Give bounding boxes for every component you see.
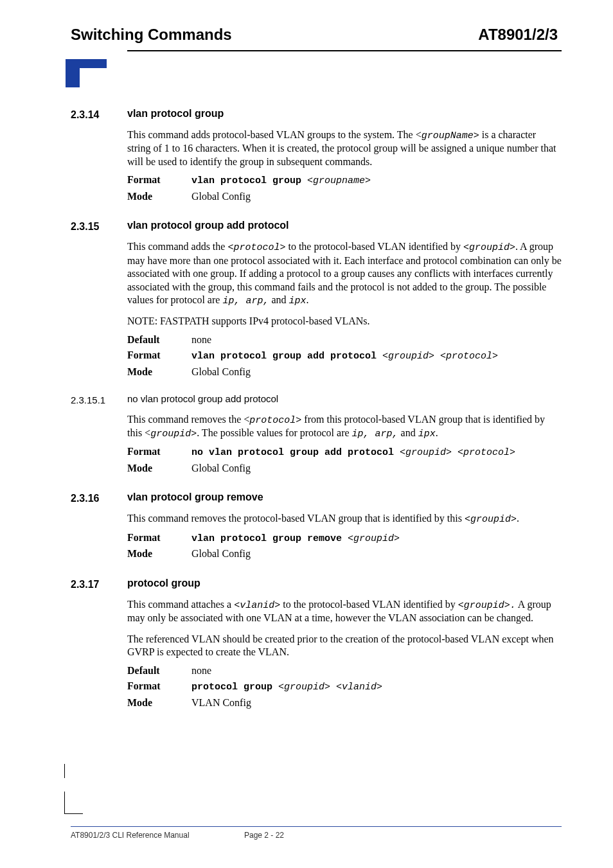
text: and [269, 294, 289, 305]
text: . [306, 294, 309, 305]
text: This command adds protocol-based VLAN gr… [127, 129, 422, 140]
text: This command adds the [127, 241, 227, 252]
row-label: Mode [127, 696, 191, 710]
cmd: vlan protocol group add protocol [191, 351, 382, 362]
row-value: Global Config [191, 190, 562, 204]
section-title: vlan protocol group [127, 108, 224, 120]
text: and [398, 427, 418, 438]
inline-code: <vlanid> [234, 600, 280, 611]
page-footer: AT8901/2/3 CLI Reference Manual Page 2 -… [71, 826, 562, 840]
inline-code: <groupid> [465, 514, 517, 525]
default-row: Default none [127, 333, 562, 347]
subsection-number: 2.3.15.1 [71, 393, 127, 405]
cmd-arg: <groupid> <protocol> [400, 447, 515, 458]
text: to the protocol-based VLAN identified by [280, 599, 458, 610]
subsection-title: no vlan protocol group add protocol [127, 393, 278, 404]
footer-page: Page 2 - 22 [244, 831, 284, 840]
cmd-arg: <groupid> [348, 533, 400, 544]
text: This command attaches a [127, 599, 234, 610]
paragraph: This command removes the protocol-based … [127, 512, 562, 526]
section-2-3-15-header: 2.3.15 vlan protocol group add protocol [71, 220, 562, 233]
paragraph: This command adds protocol-based VLAN gr… [127, 128, 562, 168]
default-row: Default none [127, 664, 562, 678]
header-left: Switching Commands [71, 26, 232, 44]
note-paragraph: NOTE: FASTPATH supports IPv4 protocol-ba… [127, 315, 562, 328]
text: This command removes the < [127, 414, 249, 425]
inline-code: ip, arp, [352, 429, 398, 439]
row-label: Format [127, 445, 191, 459]
mode-row: Mode Global Config [127, 366, 562, 379]
inline-code: ipx [289, 296, 306, 306]
section-number: 2.3.15 [71, 220, 127, 233]
row-label: Default [127, 333, 191, 347]
header-right: AT8901/2/3 [478, 26, 558, 44]
row-label: Format [127, 680, 191, 694]
footer-left: AT8901/2/3 CLI Reference Manual [71, 831, 244, 840]
section-title: vlan protocol group add protocol [127, 220, 289, 231]
cmd: protocol group [191, 682, 278, 693]
row-value: Global Config [191, 366, 562, 379]
svg-rect-0 [66, 59, 80, 87]
section-2-3-16-body: This command removes the protocol-based … [127, 512, 562, 560]
row-value: vlan protocol group add protocol <groupi… [191, 349, 562, 363]
cmd: vlan protocol group remove [191, 533, 348, 544]
paragraph: This command removes the <protocol> from… [127, 413, 562, 440]
row-label: Format [127, 173, 191, 188]
row-label: Mode [127, 462, 191, 475]
format-row: Format vlan protocol group add protocol … [127, 349, 562, 363]
inline-code: groupName> [422, 130, 479, 141]
row-label: Mode [127, 366, 191, 379]
section-2-3-15-body: This command adds the <protocol> to the … [127, 240, 562, 378]
row-label: Format [127, 349, 191, 363]
section-number: 2.3.16 [71, 492, 127, 504]
row-label: Default [127, 664, 191, 678]
mode-row: Mode Global Config [127, 547, 562, 561]
section-number: 2.3.14 [71, 108, 127, 121]
page: Switching Commands AT8901/2/3 2.3.14 vla… [0, 0, 613, 868]
section-2-3-16-header: 2.3.16 vlan protocol group remove [71, 492, 562, 504]
row-value: protocol group <groupid> <vlanid> [191, 680, 562, 694]
inline-code: <protocol> [227, 242, 285, 253]
format-row: Format protocol group <groupid> <vlanid> [127, 680, 562, 694]
cmd: vlan protocol group [191, 175, 307, 186]
row-value: none [191, 664, 562, 678]
row-label: Mode [127, 547, 191, 561]
subsection-2-3-15-1-body: This command removes the <protocol> from… [127, 413, 562, 475]
paragraph: This command attaches a <vlanid> to the … [127, 598, 562, 625]
text: . The possible values for protocol are [197, 427, 351, 438]
running-header: Switching Commands AT8901/2/3 [71, 26, 562, 44]
mode-row: Mode VLAN Config [127, 696, 562, 710]
inline-code: ipx [418, 429, 436, 439]
text: This command removes the protocol-based … [127, 513, 465, 524]
inline-code: <groupid> [463, 242, 515, 253]
format-row: Format vlan protocol group remove <group… [127, 531, 562, 545]
crop-mark-icon [64, 764, 65, 778]
footer-rule [71, 826, 562, 827]
brand-logo [66, 59, 107, 87]
format-row: Format no vlan protocol group add protoc… [127, 445, 562, 459]
mode-row: Mode Global Config [127, 190, 562, 204]
paragraph: The referenced VLAN should be created pr… [127, 633, 562, 659]
cmd-arg: <groupid> <vlanid> [278, 682, 382, 693]
row-value: vlan protocol group remove <groupid> [191, 531, 562, 545]
row-value: none [191, 333, 562, 347]
section-2-3-17-header: 2.3.17 protocol group [71, 578, 562, 590]
subsection-2-3-15-1-header: 2.3.15.1 no vlan protocol group add prot… [71, 393, 562, 405]
cmd: no vlan protocol group add protocol [191, 447, 400, 458]
text: . [436, 427, 438, 438]
mode-row: Mode Global Config [127, 462, 562, 475]
row-value: vlan protocol group <groupname> [191, 173, 562, 188]
text: . [517, 513, 519, 524]
row-label: Mode [127, 190, 191, 204]
paragraph: This command adds the <protocol> to the … [127, 240, 562, 307]
inline-code: groupid> [150, 429, 197, 439]
section-2-3-17-body: This command attaches a <vlanid> to the … [127, 598, 562, 710]
inline-code: <groupid>. [458, 600, 516, 611]
cmd-arg: <groupname> [307, 175, 371, 186]
section-2-3-14-body: This command adds protocol-based VLAN gr… [127, 128, 562, 203]
svg-rect-1 [80, 59, 107, 68]
row-value: Global Config [191, 462, 562, 475]
format-row: Format vlan protocol group <groupname> [127, 173, 562, 188]
row-value: VLAN Config [191, 696, 562, 710]
section-2-3-14-header: 2.3.14 vlan protocol group [71, 108, 562, 121]
